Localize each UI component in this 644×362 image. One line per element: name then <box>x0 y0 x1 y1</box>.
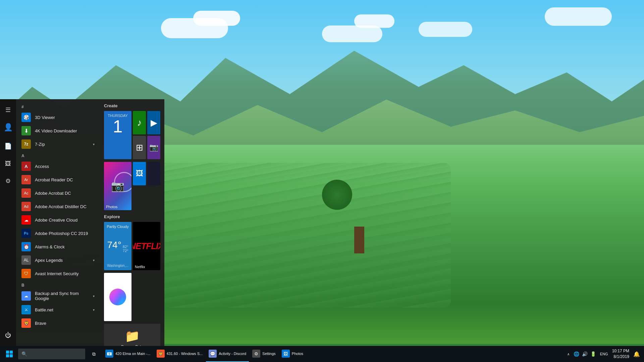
power-icon[interactable]: ⏻ <box>0 327 16 343</box>
app-icon-acrobat-distiller: Ad <box>21 202 31 211</box>
taskbar-left: 🔍 ⧉ 📧 420 Elma on Main -... 🦁 431.60 - W… <box>1 346 306 362</box>
app-icon-adobe-acrobat: Ac <box>21 188 31 198</box>
expand-battlenet: ▾ <box>93 308 95 312</box>
tiles-explore-grid: Partly Cloudy 74° 82° 72° Washington,...… <box>104 222 160 270</box>
tile-netflix[interactable]: NETFLIX Netflix <box>133 222 160 270</box>
tile-weather[interactable]: Partly Cloudy 74° 82° 72° Washington,... <box>104 222 131 270</box>
app-item-apex[interactable]: AL Apex Legends ▾ <box>16 253 100 267</box>
app-item-battlenet[interactable]: ⚔ Battle.net ▾ <box>16 303 100 316</box>
tray-chevron[interactable]: ∧ <box>567 352 570 356</box>
tile-groove[interactable]: ♪ <box>133 111 146 134</box>
app-item-brave[interactable]: 🦁 Brave <box>16 316 100 330</box>
section-hash: # <box>16 102 100 111</box>
app-icon-access: A <box>21 162 31 171</box>
paint3d-label: Paint 3D <box>106 316 120 320</box>
app-item-access[interactable]: A Access <box>16 160 100 173</box>
battery-icon[interactable]: 🔋 <box>590 351 596 357</box>
app-item-photoshop[interactable]: Ps Adobe Photoshop CC 2019 <box>16 227 100 240</box>
language-badge[interactable]: ENG <box>600 352 608 356</box>
taskbar-photos[interactable]: 🖼 Photos <box>279 346 306 362</box>
app-item-7zip[interactable]: 7z 7-Zip ▾ <box>16 137 100 151</box>
app-item-avast[interactable]: 🛡 Avast Internet Security <box>16 267 100 280</box>
tile-movies[interactable]: ▶ <box>147 111 160 134</box>
cloud-5 <box>419 22 472 37</box>
app-icon-battlenet: ⚔ <box>21 305 31 314</box>
tile-calendar[interactable]: Thursday 1 <box>104 111 131 159</box>
app-item-backup[interactable]: ☁ Backup and Sync from Google ▾ <box>16 289 100 303</box>
movies-icon: ▶ <box>151 118 157 128</box>
expand-7zip: ▾ <box>93 142 95 146</box>
tiles-create-grid: Thursday 1 ♪ ▶ ⊞ 📷 <box>104 111 160 159</box>
taskbar-search[interactable]: 🔍 <box>18 349 85 359</box>
network-icon[interactable]: 🌐 <box>574 351 579 357</box>
app-icon-photoshop: Ps <box>21 229 31 238</box>
programdata-label: ProgramData <box>121 345 143 346</box>
app-item-3dviewer[interactable]: 🎲 3D Viewer <box>16 111 100 124</box>
weather-high: 82° <box>123 245 128 249</box>
pictures-icon[interactable]: 🖼 <box>0 156 16 172</box>
settings-taskbar-icon: ⚙ <box>252 350 260 358</box>
documents-icon[interactable]: 📄 <box>0 138 16 154</box>
photos-taskbar-icon: 🖼 <box>282 350 290 358</box>
user-avatar[interactable]: 👤 <box>0 119 16 135</box>
app-list: # 🎲 3D Viewer ⬇ 4K Video Downloader 7z 7… <box>16 99 100 346</box>
start-menu: ☰ 👤 📄 🖼 ⚙ ⏻ # 🎲 3D Viewer ⬇ 4K Video Dow… <box>0 99 164 346</box>
explore-section-title: Explore <box>104 213 160 222</box>
tile-photos[interactable]: 📷 Photos <box>104 162 131 210</box>
clock-date: 8/1/2019 <box>613 354 629 360</box>
outlook-label: 420 Elma on Main -... <box>115 352 151 356</box>
weather-condition: Partly Cloudy <box>107 225 128 229</box>
calendar-day-num: 1 <box>113 118 123 135</box>
tiles-paint3d-grid: Paint 3D <box>104 273 160 321</box>
netflix-label: Netflix <box>135 265 145 269</box>
start-button[interactable] <box>1 346 17 362</box>
taskbar-brave[interactable]: 🦁 431.60 - Windows S... <box>154 346 206 362</box>
notifications-icon[interactable]: 🔔 <box>633 351 640 357</box>
settings-icon[interactable]: ⚙ <box>0 173 16 189</box>
tree-trunk <box>354 227 364 253</box>
tile-calculator[interactable]: ⊞ <box>133 136 146 159</box>
section-a: A <box>16 151 100 160</box>
tile-img-viewer[interactable]: 🖼 <box>133 162 146 185</box>
taskbar-outlook[interactable]: 📧 420 Elma on Main -... <box>103 346 153 362</box>
camera-icon: 📷 <box>149 143 158 152</box>
weather-low: 72° <box>123 249 128 253</box>
tree-canopy <box>322 180 352 210</box>
clock-display[interactable]: 10:17 PM 8/1/2019 <box>609 348 632 360</box>
expand-apex: ▾ <box>93 258 95 262</box>
photos-taskbar-label: Photos <box>292 352 303 356</box>
app-item-4kvideo[interactable]: ⬇ 4K Video Downloader <box>16 124 100 137</box>
section-b: B <box>16 280 100 289</box>
tiles-photos-grid: 📷 Photos 🖼 <box>104 162 160 210</box>
taskbar-discord[interactable]: 💬 Activity - Discord <box>206 346 249 362</box>
tile-programdata[interactable]: 📁 ProgramData <box>104 324 160 346</box>
start-menu-sidebar: ☰ 👤 📄 🖼 ⚙ ⏻ <box>0 99 16 346</box>
tile-paint3d[interactable]: Paint 3D <box>104 273 131 321</box>
app-icon-apex: AL <box>21 255 31 265</box>
app-item-alarms[interactable]: ⏰ Alarms & Clock <box>16 240 100 253</box>
app-icon-avast: 🛡 <box>21 269 31 278</box>
clock-time: 10:17 PM <box>612 348 629 354</box>
volume-icon[interactable]: 🔊 <box>582 351 588 357</box>
app-item-adobe-acrobat[interactable]: Ac Adobe Acrobat DC <box>16 186 100 200</box>
program-data-section: 📁 ProgramData <box>104 324 160 346</box>
paint3d-icon <box>109 289 126 305</box>
app-icon-4kvideo: ⬇ <box>21 126 31 135</box>
taskbar: 🔍 ⧉ 📧 420 Elma on Main -... 🦁 431.60 - W… <box>0 346 644 362</box>
groove-icon: ♪ <box>137 117 142 128</box>
hamburger-icon[interactable]: ☰ <box>0 102 16 118</box>
app-item-acrobat-reader[interactable]: Ar Acrobat Reader DC <box>16 173 100 186</box>
cloud-4 <box>354 14 394 28</box>
app-icon-7zip: 7z <box>21 139 31 149</box>
img-viewer-icon: 🖼 <box>136 169 143 178</box>
system-tray: 🌐 🔊 🔋 <box>571 351 599 357</box>
netflix-logo: NETFLIX <box>133 241 160 251</box>
task-view-button[interactable]: ⧉ <box>86 346 102 362</box>
weather-temp: 74° <box>107 240 121 250</box>
tile-camera[interactable]: 📷 <box>147 136 160 159</box>
app-item-creative-cloud[interactable]: ☁ Adobe Creative Cloud <box>16 213 100 227</box>
app-icon-3dviewer: 🎲 <box>21 113 31 122</box>
discord-label: Activity - Discord <box>219 352 246 356</box>
taskbar-settings[interactable]: ⚙ Settings <box>250 346 278 362</box>
app-item-acrobat-distiller[interactable]: Ad Adobe Acrobat Distiller DC <box>16 200 100 213</box>
